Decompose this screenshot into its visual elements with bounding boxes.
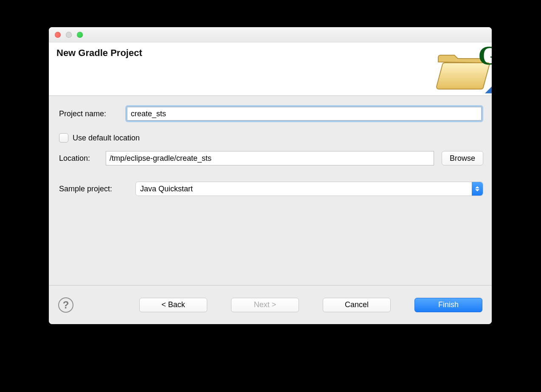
sample-project-label: Sample project: bbox=[59, 185, 135, 193]
dialog-window: New Gradle Project G Project bbox=[49, 27, 492, 324]
wizard-content: Project name: Use default location Locat… bbox=[49, 96, 492, 285]
svg-text:G: G bbox=[478, 46, 492, 70]
back-button-label: < Back bbox=[161, 300, 185, 309]
project-name-row: Project name: bbox=[59, 105, 483, 122]
finish-button-label: Finish bbox=[438, 300, 459, 309]
wizard-footer: ? < Back Next > Cancel Finish bbox=[49, 285, 492, 324]
use-default-location-row: Use default location bbox=[59, 133, 483, 143]
minimize-icon[interactable] bbox=[66, 32, 72, 38]
zoom-icon[interactable] bbox=[77, 32, 83, 38]
location-row: Location: Browse bbox=[59, 151, 483, 165]
project-name-input[interactable] bbox=[127, 107, 482, 120]
help-icon[interactable]: ? bbox=[58, 297, 73, 313]
browse-button-label: Browse bbox=[450, 154, 475, 163]
close-icon[interactable] bbox=[55, 32, 61, 38]
next-button-label: Next > bbox=[254, 300, 276, 309]
sample-project-row: Sample project: Java Quickstart bbox=[59, 182, 483, 196]
use-default-location-checkbox[interactable] bbox=[59, 133, 68, 143]
cancel-button-label: Cancel bbox=[345, 300, 369, 309]
cancel-button[interactable]: Cancel bbox=[323, 298, 391, 312]
back-button[interactable]: < Back bbox=[139, 298, 207, 312]
project-name-focus-ring bbox=[125, 105, 483, 122]
sample-project-value: Java Quickstart bbox=[140, 185, 193, 193]
next-button[interactable]: Next > bbox=[231, 298, 299, 312]
page-title: New Gradle Project bbox=[56, 48, 142, 59]
use-default-location-label: Use default location bbox=[73, 134, 140, 143]
location-input[interactable] bbox=[106, 151, 434, 165]
titlebar bbox=[49, 27, 492, 42]
wizard-header: New Gradle Project G bbox=[49, 42, 492, 96]
gradle-folder-icon: G bbox=[434, 46, 492, 93]
finish-button[interactable]: Finish bbox=[414, 298, 482, 312]
chevron-up-down-icon bbox=[472, 182, 483, 196]
location-label: Location: bbox=[59, 154, 106, 163]
browse-button[interactable]: Browse bbox=[442, 151, 483, 165]
project-name-label: Project name: bbox=[59, 109, 125, 118]
sample-project-select[interactable]: Java Quickstart bbox=[135, 182, 483, 196]
